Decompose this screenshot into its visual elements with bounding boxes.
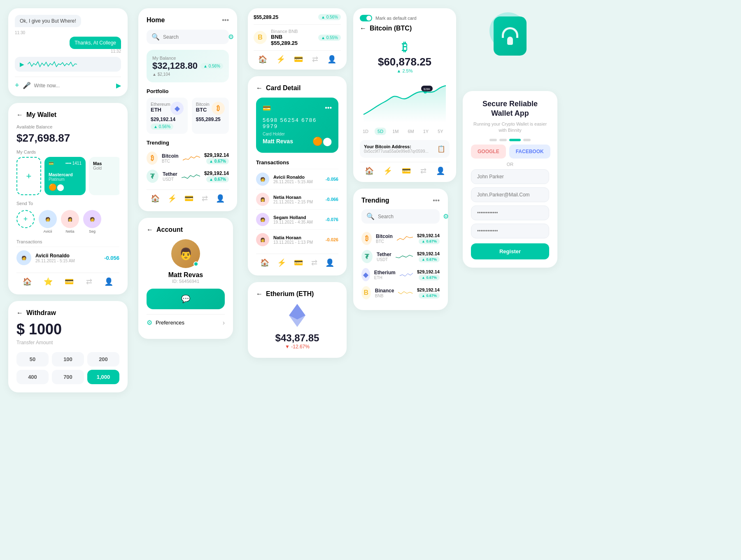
add-card-button[interactable]: +: [16, 157, 41, 195]
nav-wallet-icon[interactable]: 💳: [65, 277, 74, 286]
contact-netia[interactable]: 👩: [61, 210, 79, 228]
withdraw-title: Withdraw: [26, 309, 56, 317]
chat-input[interactable]: [34, 83, 113, 89]
card-dots-menu[interactable]: •••: [325, 104, 332, 112]
amount-100[interactable]: 100: [52, 352, 84, 366]
home-nav-home[interactable]: 🏠: [151, 194, 160, 203]
nav-transfer-icon[interactable]: ⇄: [86, 277, 92, 286]
wallet-tx-row: 🧑 Avicii Ronaldo 26.11.2021 - 5:15 AM -0…: [16, 247, 119, 268]
btc-nav-wallet[interactable]: 💳: [402, 166, 411, 175]
btc-nav-home[interactable]: 🏠: [365, 166, 374, 175]
mic-icon[interactable]: 🎤: [23, 82, 31, 89]
trending-list-usdt[interactable]: ₮ Tether USDT $29,192.14 ▲ 0.67%: [361, 247, 440, 266]
trending-filter-icon[interactable]: ⚙: [443, 212, 449, 220]
btc-nav-profile[interactable]: 👤: [436, 166, 445, 175]
transactions-label: Transactions: [16, 239, 119, 244]
wallet-bottom-nav: 🏠 ⭐ 💳 ⇄ 👤: [16, 273, 119, 286]
trending-menu-icon[interactable]: •••: [433, 197, 440, 204]
home-menu-icon[interactable]: •••: [222, 16, 229, 24]
password-input[interactable]: [471, 205, 549, 220]
amount-400[interactable]: 400: [16, 370, 49, 384]
amount-700[interactable]: 700: [52, 370, 84, 384]
tab-1y[interactable]: 1Y: [420, 128, 431, 135]
amount-1000[interactable]: 1,000: [87, 370, 119, 384]
bt-nav-transfer[interactable]: ⇄: [312, 55, 318, 64]
prefs-arrow-icon[interactable]: ›: [223, 319, 225, 327]
cd-nav-wallet[interactable]: 💳: [294, 258, 303, 267]
email-input[interactable]: [471, 187, 549, 202]
add-icon[interactable]: +: [15, 81, 19, 90]
filter-icon[interactable]: ⚙: [228, 33, 234, 41]
copy-icon[interactable]: 📋: [437, 145, 445, 153]
add-contact-button[interactable]: +: [16, 210, 35, 228]
tab-1m[interactable]: 1M: [389, 128, 401, 135]
cd-nav-bolt[interactable]: ⚡: [277, 258, 286, 267]
binance-top-nav: 🏠 ⚡ 💳 ⇄ 👤: [254, 50, 341, 64]
tab-6m[interactable]: 6M: [405, 128, 417, 135]
home-search-input[interactable]: [163, 34, 225, 40]
name-input[interactable]: [471, 169, 549, 184]
home-nav-profile[interactable]: 👤: [216, 194, 225, 203]
card-detail-card: ← Card Detail 💳 ••• 5698 56254 6786 9979…: [248, 76, 347, 275]
bt-nav-bolt[interactable]: ⚡: [276, 55, 285, 64]
trending-list-card: Trending ••• 🔍 ⚙ ₿ Bitcoin BTC $29,192.1…: [353, 189, 448, 310]
dot-1: [489, 139, 497, 141]
bnb-icon: B: [254, 31, 267, 44]
trending-list-bnb[interactable]: B Binance BNB $29,192.14 ▲ 0.67%: [361, 284, 440, 302]
eth-back-icon[interactable]: ←: [256, 290, 263, 298]
btc-back-icon[interactable]: ←: [360, 25, 366, 32]
binance-coin-label: Binance BNB: [271, 29, 298, 34]
amount-50[interactable]: 50: [16, 352, 49, 366]
register-button[interactable]: Register: [471, 243, 549, 259]
facebook-button[interactable]: FACEBOOK: [509, 145, 550, 159]
bt-nav-home[interactable]: 🏠: [258, 55, 267, 64]
trending-list-eth[interactable]: ◆ Etherium ETH $29,192.14 ▲ 0.67%: [361, 266, 440, 284]
trending-search-input[interactable]: [378, 214, 440, 219]
trending-list-btc[interactable]: ₿ Bitcoin BTC $29,192.14 ▲ 0.67%: [361, 229, 440, 247]
btc-price: $60,878.25: [360, 56, 450, 68]
online-indicator: [193, 261, 198, 266]
btc-nav-bolt[interactable]: ⚡: [383, 166, 392, 175]
tl-btc-icon: ₿: [361, 232, 372, 245]
message-button[interactable]: 💬: [147, 289, 225, 309]
portfolio-btc[interactable]: Bitcoin BTC ₿ $55,289.25: [192, 98, 229, 134]
bt-nav-wallet[interactable]: 💳: [294, 55, 303, 64]
tab-5d[interactable]: 5D: [375, 128, 386, 135]
contact-avicii[interactable]: 🧑: [39, 210, 57, 228]
trending-btc[interactable]: ₿ Bitcoin BTC $29,192.14 ▲ 0.67%: [147, 149, 229, 167]
chat-input-row[interactable]: + 🎤 ▶: [15, 77, 121, 90]
mark-default-toggle[interactable]: [360, 15, 372, 21]
back-icon[interactable]: ←: [16, 111, 23, 119]
home-nav-transfer[interactable]: ⇄: [202, 194, 208, 203]
tab-1d[interactable]: 1D: [360, 128, 371, 135]
cd-nav-transfer[interactable]: ⇄: [311, 258, 317, 267]
search-row[interactable]: 🔍 ⚙: [147, 30, 229, 44]
available-balance-label: Available Balance: [16, 124, 119, 129]
home-nav-star[interactable]: ⚡: [168, 194, 177, 203]
contact-seg[interactable]: 🧑: [83, 210, 101, 228]
nav-profile-icon[interactable]: 👤: [104, 277, 113, 286]
confirm-password-input[interactable]: [471, 224, 549, 238]
amount-200[interactable]: 200: [87, 352, 119, 366]
nav-home-icon[interactable]: 🏠: [23, 277, 32, 286]
card-detail-title: Card Detail: [266, 84, 301, 92]
withdraw-back-icon[interactable]: ←: [16, 309, 23, 317]
card-mas-gold[interactable]: Mas Gold: [89, 157, 119, 195]
google-button[interactable]: GOOGLE: [471, 145, 506, 159]
cd-nav-home[interactable]: 🏠: [260, 258, 269, 267]
preferences-row[interactable]: ⚙ Preferences ›: [147, 314, 225, 331]
btc-nav-transfer[interactable]: ⇄: [420, 166, 426, 175]
trending-usdt[interactable]: ₮ Tether USDT $29,192.14 ▲ 0.67%: [147, 167, 229, 185]
home-nav-wallet[interactable]: 💳: [184, 194, 193, 203]
bt-nav-profile[interactable]: 👤: [327, 55, 336, 64]
send-icon[interactable]: ▶: [116, 82, 121, 89]
balance-delta-sub: ▲ $2,104: [152, 72, 223, 77]
tab-5y[interactable]: 5Y: [435, 128, 446, 135]
trending-search-row[interactable]: 🔍 ⚙: [361, 209, 440, 224]
card-mastercard[interactable]: 💳 •••• 1411 Mastercard Platinum 🟠⬤: [44, 157, 86, 195]
account-back-icon[interactable]: ←: [147, 226, 153, 233]
portfolio-eth[interactable]: Ethereum ETH ◆ $29,192.14 ▲ 0.56%: [147, 98, 188, 134]
nav-star-icon[interactable]: ⭐: [44, 277, 53, 286]
card-detail-back-icon[interactable]: ←: [256, 84, 263, 92]
cd-nav-profile[interactable]: 👤: [325, 258, 334, 267]
